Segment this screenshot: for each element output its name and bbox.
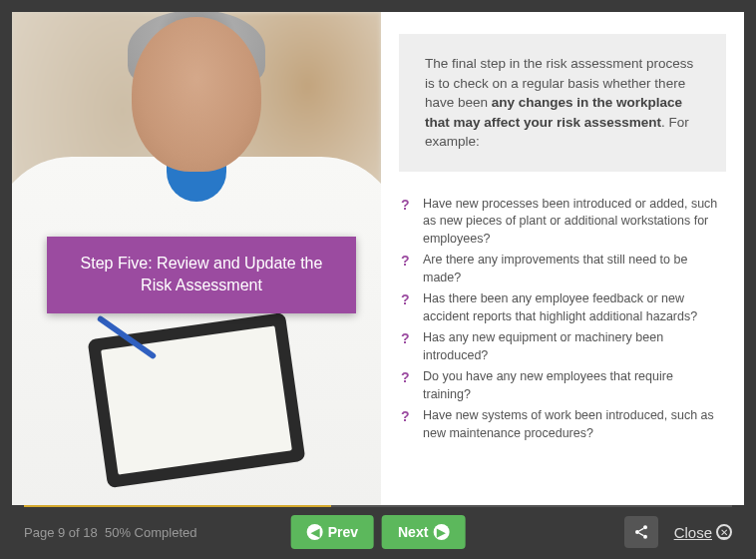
progress-fill: [24, 505, 331, 507]
footer-bar: Page 9 of 18 50% Completed ◀ Prev Next ▶…: [12, 505, 744, 559]
svg-point-2: [643, 535, 647, 539]
slide-title: Step Five: Review and Update the Risk As…: [81, 255, 323, 293]
page-info: Page 9 of 18 50% Completed: [24, 525, 196, 540]
question-mark-icon: ?: [401, 252, 415, 272]
list-item: ? Have new systems of work been introduc…: [401, 407, 724, 442]
question-mark-icon: ?: [401, 196, 415, 216]
list-item: ? Are there any improvements that still …: [401, 252, 724, 286]
arrow-right-icon: ▶: [433, 524, 449, 540]
left-image-panel: Step Five: Review and Update the Risk As…: [12, 12, 381, 505]
prev-label: Prev: [328, 524, 358, 540]
question-text: Are there any improvements that still ne…: [423, 252, 724, 286]
list-item: ? Do you have any new employees that req…: [401, 368, 724, 403]
close-button[interactable]: Close ✕: [674, 524, 732, 541]
completion-percent: 50% Completed: [105, 525, 197, 540]
arrow-left-icon: ◀: [307, 524, 323, 540]
share-icon: [633, 524, 649, 540]
question-mark-icon: ?: [401, 329, 415, 349]
close-label: Close: [674, 524, 712, 541]
question-mark-icon: ?: [401, 290, 415, 310]
share-button[interactable]: [624, 516, 658, 548]
next-button[interactable]: Next ▶: [382, 515, 465, 549]
slide-title-banner: Step Five: Review and Update the Risk As…: [47, 237, 356, 313]
question-text: Have new processes been introduced or ad…: [423, 196, 724, 249]
questions-list: ? Have new processes been introduced or …: [399, 196, 726, 447]
slide-content: Step Five: Review and Update the Risk As…: [12, 12, 744, 505]
question-text: Has there been any employee feedback or …: [423, 290, 724, 325]
list-item: ? Have new processes been introduced or …: [401, 196, 724, 249]
list-item: ? Has any new equipment or machinery bee…: [401, 329, 724, 364]
question-text: Have new systems of work been introduced…: [423, 407, 724, 442]
page-counter: Page 9 of 18: [24, 525, 98, 540]
next-label: Next: [398, 524, 428, 540]
list-item: ? Has there been any employee feedback o…: [401, 290, 724, 325]
svg-point-0: [643, 525, 647, 529]
question-mark-icon: ?: [401, 407, 415, 427]
question-text: Do you have any new employees that requi…: [423, 368, 724, 403]
question-mark-icon: ?: [401, 368, 415, 388]
right-text-panel: The final step in the risk assessment pr…: [381, 12, 744, 505]
intro-box: The final step in the risk assessment pr…: [399, 34, 726, 172]
prev-button[interactable]: ◀ Prev: [291, 515, 374, 549]
close-icon: ✕: [716, 524, 732, 540]
question-text: Has any new equipment or machinery been …: [423, 329, 724, 364]
svg-point-1: [635, 530, 639, 534]
